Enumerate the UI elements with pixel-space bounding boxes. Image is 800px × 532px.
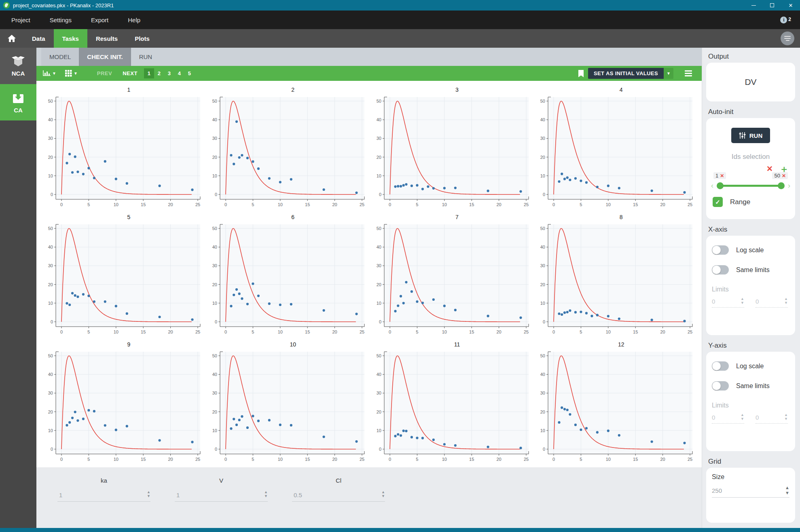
- svg-text:0: 0: [543, 192, 545, 197]
- xaxis-limit-min-field[interactable]: 0 ▲▼: [712, 297, 744, 308]
- data-point: [487, 190, 489, 192]
- data-point: [569, 309, 571, 312]
- stepper-arrows[interactable]: ▲▼: [147, 490, 150, 498]
- page-button-1[interactable]: 1: [144, 68, 154, 78]
- clear-selection-icon[interactable]: ✕: [766, 166, 773, 172]
- plot-canvas-3[interactable]: 010203040500510152025: [370, 94, 533, 209]
- plot-canvas-8[interactable]: 010203040500510152025: [533, 221, 696, 336]
- page-button-2[interactable]: 2: [154, 68, 164, 78]
- stepper-arrows[interactable]: ▲▼: [741, 297, 744, 305]
- sidebar-item-ca[interactable]: CA: [0, 84, 36, 120]
- data-point: [233, 293, 235, 296]
- data-point: [684, 191, 686, 194]
- output-card: DV: [706, 63, 795, 101]
- plot-canvas-11[interactable]: 010203040500510152025: [370, 348, 533, 464]
- tab-results[interactable]: Results: [87, 29, 126, 48]
- data-point: [566, 176, 569, 179]
- yaxis-same-limits-toggle[interactable]: [712, 381, 729, 391]
- data-point: [405, 183, 407, 186]
- page-button-5[interactable]: 5: [184, 68, 195, 78]
- tab-data[interactable]: Data: [23, 29, 54, 48]
- menu-project[interactable]: Project: [11, 17, 30, 23]
- xaxis-log-scale-toggle[interactable]: [712, 245, 729, 255]
- svg-text:20: 20: [212, 155, 217, 160]
- page-button-4[interactable]: 4: [174, 68, 184, 78]
- stepper-arrows[interactable]: ▲▼: [784, 297, 788, 305]
- plot-menu-button[interactable]: [685, 70, 692, 76]
- subtab-check-init[interactable]: CHECK INIT.: [79, 48, 131, 66]
- feedback-button[interactable]: [781, 32, 794, 45]
- notifications-button[interactable]: i 2: [780, 17, 791, 23]
- data-point: [68, 304, 71, 306]
- plot-canvas-2[interactable]: 010203040500510152025: [205, 94, 368, 209]
- home-button[interactable]: [0, 29, 23, 48]
- yaxis-log-scale-toggle[interactable]: [712, 361, 729, 371]
- yaxis-limit-max-field[interactable]: 0 ▲▼: [756, 413, 788, 424]
- sidebar-item-nca[interactable]: NCA: [0, 48, 36, 84]
- plot-canvas-6[interactable]: 010203040500510152025: [205, 221, 368, 336]
- yaxis-limit-min-field[interactable]: 0 ▲▼: [712, 413, 744, 424]
- task-sidebar: NCACA: [0, 48, 36, 528]
- plot-canvas-5[interactable]: 010203040500510152025: [41, 221, 204, 336]
- data-point: [235, 120, 238, 123]
- data-point: [115, 305, 117, 307]
- svg-text:20: 20: [496, 329, 501, 334]
- add-selection-icon[interactable]: ＋: [779, 166, 789, 172]
- plot-canvas-1[interactable]: 010203040500510152025: [41, 94, 204, 209]
- stepper-arrows[interactable]: ▲▼: [741, 413, 744, 421]
- set-initial-dropdown[interactable]: ▼: [664, 68, 673, 79]
- plot-canvas-12[interactable]: 010203040500510152025: [533, 348, 696, 464]
- remove-min-icon[interactable]: ✕: [720, 173, 724, 179]
- stepper-arrows[interactable]: ▲▼: [264, 490, 268, 498]
- data-point: [246, 303, 249, 305]
- xaxis-same-limits-toggle[interactable]: [712, 265, 729, 274]
- data-point: [68, 421, 71, 424]
- next-page-button[interactable]: NEXT: [123, 70, 138, 76]
- slider-track[interactable]: [718, 185, 783, 187]
- maximize-button[interactable]: [763, 0, 781, 11]
- slider-min-handle[interactable]: [717, 182, 724, 189]
- page-button-3[interactable]: 3: [164, 68, 174, 78]
- data-point: [443, 305, 445, 307]
- subtab-run[interactable]: RUN: [131, 48, 161, 66]
- notification-count: 2: [788, 17, 791, 22]
- grid-size-field[interactable]: 250 ▲▼: [712, 486, 789, 498]
- param-cl-field[interactable]: 0.5▲▼: [292, 490, 385, 502]
- tab-plots[interactable]: Plots: [126, 29, 158, 48]
- tab-tasks[interactable]: Tasks: [54, 29, 87, 48]
- menu-export[interactable]: Export: [91, 17, 108, 23]
- yaxis-section-label: Y-axis: [708, 342, 795, 350]
- run-autoinit-button[interactable]: RUN: [731, 128, 770, 143]
- subtab-model[interactable]: MODEL: [41, 48, 79, 66]
- feedback-icon: [784, 36, 791, 37]
- slider-right-chevron-icon[interactable]: ›: [788, 182, 790, 190]
- remove-max-icon[interactable]: ✕: [782, 173, 786, 179]
- close-button[interactable]: ✕: [781, 0, 800, 11]
- plot-canvas-9[interactable]: 010203040500510152025: [41, 348, 204, 464]
- bookmark-button[interactable]: [578, 70, 584, 77]
- stepper-arrows[interactable]: ▲▼: [785, 486, 789, 496]
- plot-title: 3: [370, 83, 533, 94]
- svg-text:15: 15: [141, 329, 146, 334]
- prev-page-button[interactable]: PREV: [97, 70, 112, 76]
- grid-layout-dropdown[interactable]: ▼: [65, 70, 78, 77]
- plot-canvas-10[interactable]: 010203040500510152025: [205, 348, 368, 464]
- range-checkbox[interactable]: ✓: [713, 197, 723, 207]
- param-ka-field[interactable]: 1▲▼: [57, 490, 150, 502]
- svg-text:0: 0: [379, 447, 381, 452]
- plot-canvas-4[interactable]: 010203040500510152025: [533, 94, 696, 209]
- slider-left-chevron-icon[interactable]: ‹: [711, 182, 713, 190]
- stepper-arrows[interactable]: ▲▼: [381, 490, 385, 498]
- yaxis-same-limits-label: Same limits: [736, 382, 770, 390]
- stepper-arrows[interactable]: ▲▼: [784, 413, 788, 421]
- plot-canvas-7[interactable]: 010203040500510152025: [370, 221, 533, 336]
- param-v-field[interactable]: 1▲▼: [175, 490, 268, 502]
- ids-range-slider[interactable]: ‹ ›: [710, 182, 791, 190]
- set-as-initial-values-button[interactable]: SET AS INITIAL VALUES: [588, 68, 664, 79]
- minimize-button[interactable]: [744, 0, 763, 11]
- menu-settings[interactable]: Settings: [50, 17, 72, 23]
- slider-max-handle[interactable]: [778, 182, 785, 189]
- xaxis-limit-max-field[interactable]: 0 ▲▼: [756, 297, 788, 308]
- menu-help[interactable]: Help: [128, 17, 140, 23]
- plot-type-dropdown[interactable]: ▼: [43, 70, 56, 76]
